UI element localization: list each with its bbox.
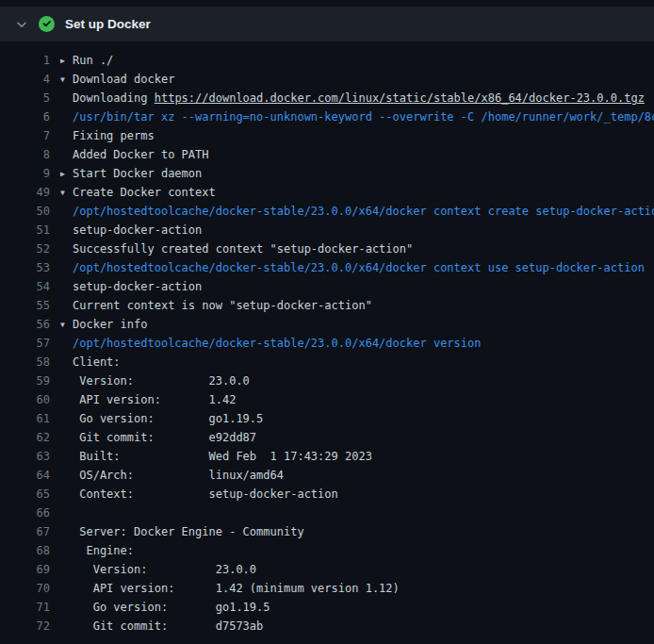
log-segment: Server: Docker Engine - Community [73,525,304,538]
log-text: Git commit: e92dd87 [60,428,256,447]
line-number[interactable]: 70 [0,579,50,598]
log-text: /opt/hostedtoolcache/docker-stable/23.0.… [60,334,481,353]
line-number[interactable]: 58 [0,353,50,372]
log-segment: Git commit: d7573ab [73,619,263,633]
line-number[interactable]: 72 [0,617,50,636]
log-text: Server: Docker Engine - Community [60,522,304,541]
line-number[interactable]: 54 [0,277,50,296]
log-row: 54setup-docker-action [0,277,654,296]
group-expanded-icon[interactable]: ▼ [60,71,73,89]
line-number[interactable]: 9 [0,164,50,183]
line-number[interactable]: 68 [0,541,50,560]
line-number[interactable]: 56 [0,315,50,334]
log-text: Go version: go1.19.5 [60,409,263,428]
line-number[interactable]: 57 [0,334,50,353]
log-segment: Added Docker to PATH [73,148,209,161]
log-text: Downloading https://download.docker.com/… [60,89,645,107]
log-segment: Downloading [73,91,155,105]
line-number[interactable]: 71 [0,598,50,617]
line-number[interactable]: 65 [0,485,50,504]
log-row: 66 [0,504,654,522]
log-row: 49▼Create Docker context [0,183,654,202]
log-segment: Engine: [73,544,134,557]
log-segment: Current context is now "setup-docker-act… [73,299,372,312]
group-expanded-icon[interactable]: ▼ [60,184,73,202]
log-segment: setup-docker-action [73,223,202,237]
log-segment: OS/Arch: linux/amd64 [73,469,284,482]
log-segment: Successfully created context "setup-dock… [73,242,413,256]
log-text: ▼Docker info [60,315,147,334]
log-segment: Built: Wed Feb 1 17:43:29 2023 [73,450,372,463]
log-segment: Fixing perms [73,129,155,142]
line-number[interactable]: 5 [0,89,50,107]
log-segment: Context: setup-docker-action [73,487,338,501]
group-collapsed-icon[interactable]: ▶ [60,52,73,70]
log-row: 68 Engine: [0,541,654,560]
log-row: 71 Go version: go1.19.5 [0,598,654,617]
log-segment: Start Docker daemon [73,167,202,180]
line-number[interactable]: 8 [0,145,50,164]
log-text: Go version: go1.19.5 [60,598,270,617]
log-row: 53/opt/hostedtoolcache/docker-stable/23.… [0,258,654,277]
line-number[interactable]: 59 [0,372,50,390]
log-text: setup-docker-action [60,277,202,296]
log-segment: API version: 1.42 [73,393,236,406]
log-text: Git commit: d7573ab [60,617,263,636]
group-collapsed-icon[interactable]: ▶ [60,165,73,183]
line-number[interactable]: 7 [0,126,50,145]
line-number[interactable]: 6 [0,107,50,126]
log-row: 56▼Docker info [0,315,654,334]
line-number[interactable]: 64 [0,466,50,485]
check-circle-success-icon [39,16,55,32]
log-segment: /opt/hostedtoolcache/docker-stable/23.0.… [73,205,654,218]
step-title: Set up Docker [65,17,151,31]
line-number[interactable]: 53 [0,258,50,277]
group-expanded-icon[interactable]: ▼ [60,316,73,334]
chevron-down-icon[interactable] [15,18,28,31]
line-number[interactable]: 69 [0,560,50,579]
log-segment: API version: 1.42 (minimum version 1.12) [73,582,400,595]
line-number[interactable]: 51 [0,221,50,239]
line-number[interactable]: 4 [0,70,50,89]
log-text: Client: [60,353,121,372]
line-number[interactable]: 49 [0,183,50,202]
line-number[interactable]: 55 [0,296,50,315]
log-row: 67 Server: Docker Engine - Community [0,522,654,541]
log-row: 62 Git commit: e92dd87 [0,428,654,447]
step-header[interactable]: Set up Docker [0,7,654,41]
log-text: /opt/hostedtoolcache/docker-stable/23.0.… [60,258,645,277]
line-number[interactable]: 1 [0,51,50,70]
line-number[interactable]: 50 [0,202,50,221]
log-row: 64 OS/Arch: linux/amd64 [0,466,654,485]
log-text: ▶Run ./ [60,51,113,70]
log-text: /usr/bin/tar xz --warning=no-unknown-key… [60,107,654,126]
log-row: 65 Context: setup-docker-action [0,485,654,504]
line-number[interactable]: 66 [0,504,50,522]
log-row: 59 Version: 23.0.0 [0,372,654,390]
line-number[interactable]: 60 [0,390,50,409]
log-segment: Client: [73,355,121,369]
log-text: ▶Start Docker daemon [60,164,202,183]
log-row: 6/usr/bin/tar xz --warning=no-unknown-ke… [0,107,654,126]
log-segment: Git commit: e92dd87 [73,431,256,444]
log-text: /opt/hostedtoolcache/docker-stable/23.0.… [60,202,654,221]
log-segment: Go version: go1.19.5 [73,601,270,614]
line-number[interactable]: 62 [0,428,50,447]
log-segment: /usr/bin/tar xz --warning=no-unknown-key… [73,110,654,124]
log-row: 7Fixing perms [0,126,654,145]
log-segment: setup-docker-action [73,280,202,293]
log-row: 72 Git commit: d7573ab [0,617,654,636]
log-text: OS/Arch: linux/amd64 [60,466,284,485]
line-number[interactable]: 67 [0,522,50,541]
log-row: 50/opt/hostedtoolcache/docker-stable/23.… [0,202,654,221]
log-text: Engine: [60,541,134,560]
log-text: Context: setup-docker-action [60,485,338,504]
line-number[interactable]: 52 [0,239,50,258]
log-segment: Create Docker context [73,186,216,199]
line-number[interactable]: 63 [0,447,50,466]
log-link[interactable]: https://download.docker.com/linux/static… [155,91,645,105]
log-text: Version: 23.0.0 [60,560,256,579]
log-lines: 1▶Run ./4▼Download docker5Downloading ht… [0,41,654,636]
log-segment: Docker info [73,318,147,331]
line-number[interactable]: 61 [0,409,50,428]
